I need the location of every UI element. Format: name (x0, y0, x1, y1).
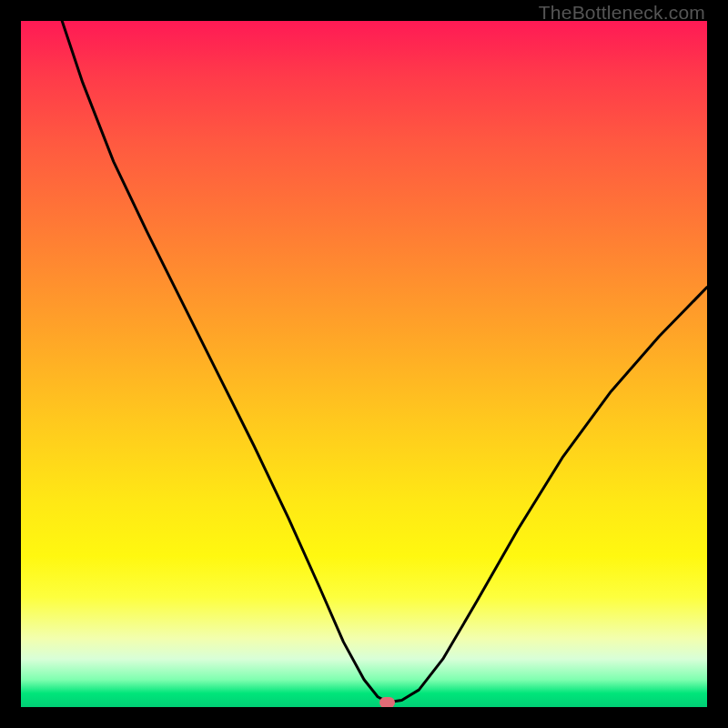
bottleneck-curve (21, 21, 707, 707)
optimal-point-marker (379, 697, 395, 707)
chart-frame (21, 21, 707, 707)
